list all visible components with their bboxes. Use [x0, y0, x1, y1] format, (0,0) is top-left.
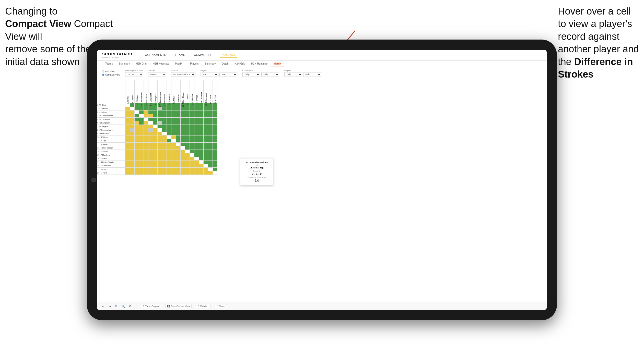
cell-5-4[interactable]: [144, 121, 148, 125]
cell-19-14[interactable]: [190, 171, 194, 175]
cell-7-7[interactable]: [158, 128, 162, 132]
tab-h2h-heatmap1[interactable]: H2H Heatmap: [150, 61, 172, 67]
cell-18-11[interactable]: [176, 168, 181, 171]
cell-15-15[interactable]: [194, 157, 199, 160]
cell-17-19[interactable]: [213, 164, 217, 168]
cell-15-5[interactable]: [148, 157, 153, 160]
cell-2-13[interactable]: [185, 110, 190, 114]
conference-select2[interactable]: (All): [261, 72, 279, 77]
cell-2-19[interactable]: [213, 110, 217, 114]
cell-18-0[interactable]: [125, 168, 130, 171]
cell-11-2[interactable]: [135, 143, 139, 146]
cell-19-4[interactable]: [144, 171, 148, 175]
cell-17-2[interactable]: [135, 164, 139, 168]
compact-view-option[interactable]: Compact View: [102, 73, 120, 76]
cell-13-5[interactable]: [148, 150, 153, 153]
cell-16-0[interactable]: [125, 160, 130, 164]
cell-5-0[interactable]: [125, 121, 130, 125]
cell-4-10[interactable]: [171, 118, 176, 121]
cell-16-6[interactable]: [153, 160, 158, 164]
conference-select1[interactable]: (All): [242, 72, 260, 77]
cell-4-16[interactable]: [199, 118, 204, 121]
cell-5-6[interactable]: [153, 121, 158, 125]
cell-12-9[interactable]: [167, 146, 171, 150]
cell-11-9[interactable]: [167, 143, 171, 146]
cell-12-12[interactable]: [181, 146, 185, 150]
cell-6-7[interactable]: [158, 125, 162, 128]
cell-5-15[interactable]: [194, 121, 199, 125]
cell-5-18[interactable]: [208, 121, 213, 125]
cell-7-8[interactable]: [162, 128, 167, 132]
cell-18-16[interactable]: [199, 168, 204, 171]
cell-7-19[interactable]: [213, 128, 217, 132]
cell-4-15[interactable]: [194, 118, 199, 121]
cell-17-1[interactable]: [130, 164, 135, 168]
cell-19-10[interactable]: [171, 171, 176, 175]
cell-10-16[interactable]: [199, 139, 204, 143]
cell-6-19[interactable]: [213, 125, 217, 128]
cell-13-18[interactable]: [208, 150, 213, 153]
cell-5-12[interactable]: [181, 121, 185, 125]
cell-5-16[interactable]: [199, 121, 204, 125]
cell-8-9[interactable]: [167, 132, 171, 135]
cell-3-14[interactable]: [190, 114, 194, 118]
cell-18-9[interactable]: [167, 168, 171, 171]
view-original-btn[interactable]: ⊙ View: Original: [141, 304, 161, 308]
cell-17-4[interactable]: [144, 164, 148, 168]
cell-4-1[interactable]: [130, 118, 135, 121]
cell-11-4[interactable]: [144, 143, 148, 146]
cell-12-6[interactable]: [153, 146, 158, 150]
cell-7-1[interactable]: [130, 128, 135, 132]
save-custom-btn[interactable]: 💾 Save Custom View: [165, 304, 192, 308]
share-btn[interactable]: ↗ Share: [215, 304, 227, 308]
cell-8-15[interactable]: [194, 132, 199, 135]
cell-10-1[interactable]: [130, 139, 135, 143]
tab-summary2[interactable]: Summary: [202, 61, 219, 67]
cell-3-7[interactable]: [158, 114, 162, 118]
cell-11-6[interactable]: [153, 143, 158, 146]
cell-7-6[interactable]: [153, 128, 158, 132]
cell-19-15[interactable]: [194, 171, 199, 175]
cell-9-17[interactable]: [204, 135, 208, 139]
cell-18-6[interactable]: [153, 168, 158, 171]
cell-16-17[interactable]: [204, 160, 208, 164]
cell-5-13[interactable]: [185, 121, 190, 125]
cell-5-2[interactable]: [135, 121, 139, 125]
cell-15-0[interactable]: [125, 157, 130, 160]
cell-7-13[interactable]: [185, 128, 190, 132]
cell-17-18[interactable]: [208, 164, 213, 168]
compact-view-radio[interactable]: [102, 74, 104, 76]
cell-8-10[interactable]: [171, 132, 176, 135]
cell-16-16[interactable]: [199, 160, 204, 164]
cell-13-16[interactable]: [199, 150, 204, 153]
cell-7-16[interactable]: [199, 128, 204, 132]
cell-4-8[interactable]: [162, 118, 167, 121]
cell-3-12[interactable]: [181, 114, 185, 118]
cell-13-13[interactable]: [185, 150, 190, 153]
cell-16-14[interactable]: [190, 160, 194, 164]
cell-16-4[interactable]: [144, 160, 148, 164]
cell-4-18[interactable]: [208, 118, 213, 121]
cell-7-11[interactable]: [176, 128, 181, 132]
cell-14-16[interactable]: [199, 153, 204, 157]
cell-4-17[interactable]: [204, 118, 208, 121]
cell-16-11[interactable]: [176, 160, 181, 164]
cell-9-4[interactable]: [144, 135, 148, 139]
cell-15-19[interactable]: [213, 157, 217, 160]
cell-12-17[interactable]: [204, 146, 208, 150]
cell-5-17[interactable]: [204, 121, 208, 125]
cell-8-14[interactable]: [190, 132, 194, 135]
cell-11-5[interactable]: [148, 143, 153, 146]
cell-11-13[interactable]: [185, 143, 190, 146]
cell-4-14[interactable]: [190, 118, 194, 121]
cell-6-2[interactable]: [135, 125, 139, 128]
cell-9-16[interactable]: [199, 135, 204, 139]
cell-12-2[interactable]: [135, 146, 139, 150]
cell-17-16[interactable]: [199, 164, 204, 168]
cell-18-5[interactable]: [148, 168, 153, 171]
cell-5-8[interactable]: [162, 121, 167, 125]
cell-3-2[interactable]: [135, 114, 139, 118]
cell-19-2[interactable]: [135, 171, 139, 175]
cell-17-6[interactable]: [153, 164, 158, 168]
cell-9-7[interactable]: [158, 135, 162, 139]
